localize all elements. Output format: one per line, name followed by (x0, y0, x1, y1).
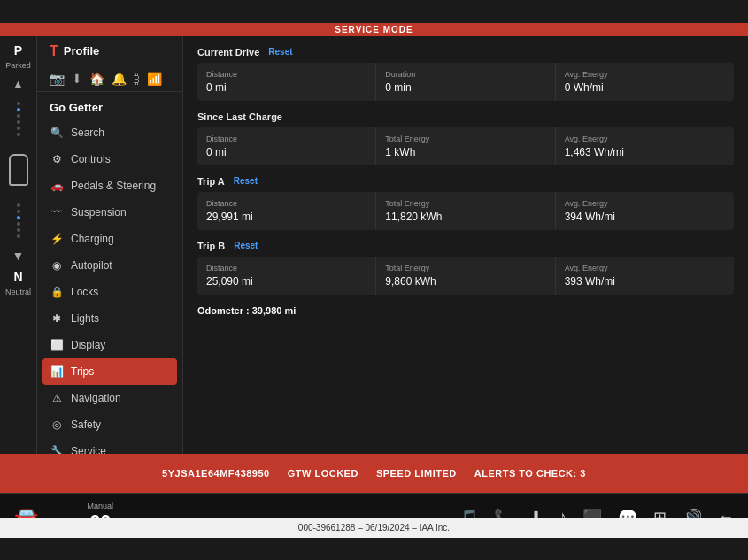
gear-column: P Parked ▲ ▼ N (0, 36, 37, 454)
profile-section: T Profile (37, 36, 182, 66)
taskbar-icons: 🎵 📞 ⬇ ♪ ⬛ 💬 ⊞ 🔊 ← (459, 508, 734, 518)
sidebar-autopilot-label: Autopilot (71, 259, 112, 272)
bottom-info-bar: 000-39661288 – 06/19/2024 – IAA Inc. (0, 518, 748, 538)
since-last-charge-title: Since Last Charge (197, 111, 282, 122)
stat-label: Duration (385, 70, 545, 79)
bottom-info-text: 000-39661288 – 06/19/2024 – IAA Inc. (298, 523, 450, 533)
home-icon[interactable]: 🏠 (89, 72, 104, 86)
camera-taskbar-icon[interactable]: ⬛ (582, 508, 602, 518)
stat-label: Distance (206, 70, 366, 79)
navigation-icon: ⚠ (50, 392, 64, 404)
sidebar-item-navigation[interactable]: ⚠ Navigation (37, 385, 182, 411)
sidebar-safety-label: Safety (71, 418, 101, 431)
stat-label: Avg. Energy (565, 70, 725, 79)
trip-a-stats: Distance 29,991 mi Total Energy 11,820 k… (197, 192, 734, 230)
sidebar-item-safety[interactable]: ◎ Safety (37, 411, 182, 438)
gear-label: Parked (5, 61, 31, 70)
status-alerts: ALERTS TO CHECK: 3 (474, 468, 586, 479)
stat-value: 11,820 kWh (385, 211, 545, 223)
stat-label: Total Energy (385, 134, 545, 143)
camera-icon[interactable]: 📷 (50, 72, 65, 86)
stat-label: Total Energy (385, 199, 545, 208)
sidebar-navigation-label: Navigation (71, 392, 121, 404)
sidebar-item-service[interactable]: 🔧 Service (37, 438, 182, 454)
charging-icon: ⚡ (50, 233, 64, 245)
stat-value: 0 min (385, 81, 545, 94)
stat-cell-slc-total: Total Energy 1 kWh (376, 127, 555, 165)
trip-b-header: Trip B Reset (197, 241, 734, 251)
stat-label: Distance (206, 134, 366, 143)
sidebar-item-display[interactable]: ⬜ Display (37, 332, 182, 358)
sidebar-display-label: Display (71, 339, 105, 351)
search-icon: 🔍 (50, 127, 64, 139)
trip-b-reset[interactable]: Reset (234, 241, 258, 250)
spotify-icon[interactable]: ♪ (559, 508, 567, 518)
grid-icon[interactable]: ⊞ (653, 508, 667, 518)
trips-content: Current Drive Reset Distance 0 mi Durati… (183, 36, 748, 454)
sidebar-item-search[interactable]: 🔍 Search (37, 119, 182, 146)
sidebar-locks-label: Locks (71, 286, 98, 298)
odometer-line: Odometer : 39,980 mi (197, 305, 734, 316)
sidebar-search-label: Search (71, 127, 104, 139)
safety-icon: ◎ (50, 418, 64, 431)
media-active-icon[interactable]: 🎵 (459, 508, 478, 518)
stat-cell-ta-distance: Distance 29,991 mi (197, 192, 376, 230)
phone-icon[interactable]: 📞 (494, 508, 513, 518)
controls-icon: ⚙ (50, 153, 64, 165)
dot-indicator (17, 228, 20, 232)
download-icon[interactable]: ⬇ (72, 72, 82, 86)
message-icon[interactable]: 💬 (618, 508, 637, 518)
sidebar-item-autopilot[interactable]: ◉ Autopilot (37, 252, 182, 279)
bell-icon[interactable]: 🔔 (112, 72, 127, 86)
scroll-down-btn[interactable]: ▼ (9, 245, 28, 266)
scroll-up-btn[interactable]: ▲ (9, 73, 28, 95)
lights-icon: ✱ (50, 312, 64, 325)
stat-label: Avg. Energy (565, 264, 725, 272)
current-drive-reset[interactable]: Reset (268, 47, 292, 57)
stat-value: 29,991 mi (206, 211, 366, 223)
dot-indicator (17, 102, 20, 105)
display-icon: ⬜ (50, 339, 64, 351)
sidebar-item-lights[interactable]: ✱ Lights (37, 305, 182, 332)
stat-value: 1,463 Wh/mi (565, 146, 725, 158)
status-bar: 5YJSA1E64MF438950 GTW LOCKED SPEED LIMIT… (0, 454, 748, 493)
stat-value: 0 mi (206, 81, 366, 94)
sidebar-item-charging[interactable]: ⚡ Charging (37, 226, 182, 252)
apps-icon[interactable]: ⬇ (529, 508, 543, 518)
car-home-icon[interactable]: 🚘 (14, 506, 38, 518)
back-icon[interactable]: ← (718, 508, 734, 518)
sidebar-service-label: Service (71, 445, 106, 454)
stat-value: 25,090 mi (206, 275, 366, 288)
signal-icon[interactable]: 📶 (147, 72, 162, 86)
stat-value: 393 Wh/mi (565, 275, 725, 288)
sidebar-item-locks[interactable]: 🔒 Locks (37, 279, 182, 305)
sidebar-item-trips[interactable]: 📊 Trips (42, 358, 177, 385)
stat-value: 0 mi (206, 146, 366, 158)
stat-cell-slc-distance: Distance 0 mi (197, 127, 376, 165)
sidebar-controls-label: Controls (71, 153, 111, 165)
stat-label: Avg. Energy (565, 134, 725, 143)
speed-value: 60 (89, 510, 111, 518)
header-icons-bar: 📷 ⬇ 🏠 🔔 ₿ 📶 (37, 66, 182, 92)
stat-value: 1 kWh (385, 146, 545, 158)
bluetooth-icon[interactable]: ₿ (134, 72, 140, 86)
car-icon (9, 150, 28, 189)
current-drive-header: Current Drive Reset (197, 47, 734, 58)
status-gtw: GTW LOCKED (288, 468, 359, 479)
service-icon: 🔧 (50, 445, 64, 454)
sidebar: T Profile 📷 ⬇ 🏠 🔔 ₿ 📶 Go Getter 🔍 Search… (37, 36, 183, 454)
vin-text: 5YJSA1E64MF438950 (162, 468, 270, 479)
speed-decrease-btn[interactable]: ‹ (81, 516, 84, 518)
sidebar-item-suspension[interactable]: 〰 Suspension (37, 199, 182, 226)
trip-a-reset[interactable]: Reset (234, 176, 258, 186)
sidebar-item-controls[interactable]: ⚙ Controls (37, 146, 182, 173)
stat-cell-ta-total: Total Energy 11,820 kWh (376, 192, 555, 230)
stat-label: Distance (206, 264, 366, 272)
sidebar-lights-label: Lights (71, 312, 99, 325)
dot-indicator (17, 234, 20, 238)
sidebar-item-pedals[interactable]: 🚗 Pedals & Steering (37, 173, 182, 199)
gear-display: P (14, 43, 22, 58)
speed-increase-btn[interactable]: › (116, 516, 120, 518)
volume-icon[interactable]: 🔊 (682, 508, 702, 518)
stat-value: 9,860 kWh (385, 275, 545, 288)
